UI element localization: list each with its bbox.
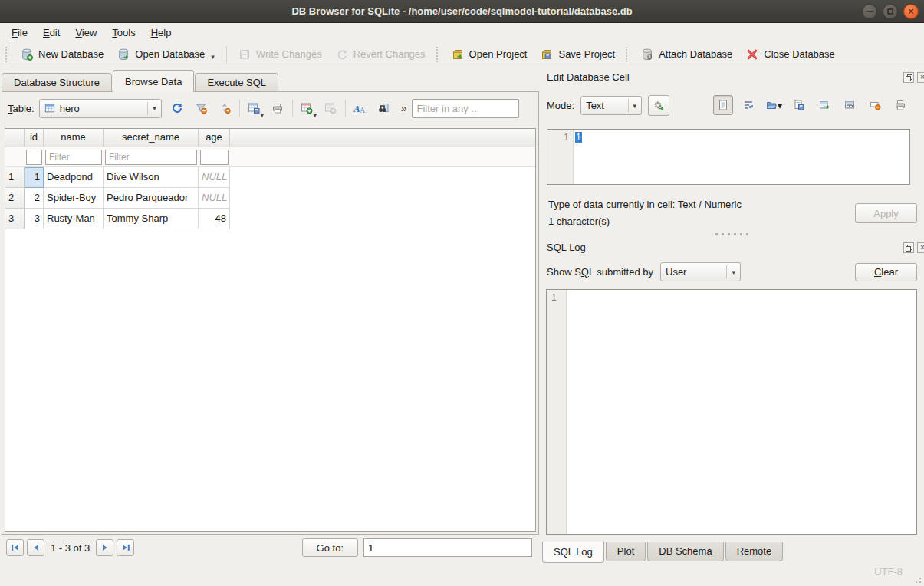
table-select-value: hero (60, 103, 80, 114)
save-table-button[interactable]: ▾ (245, 99, 264, 118)
close-database-button[interactable]: Close Database (739, 44, 842, 64)
tab-db-schema[interactable]: DB Schema (647, 542, 723, 561)
first-page-button[interactable] (6, 539, 24, 556)
print-table-button[interactable] (268, 99, 288, 118)
column-header-id[interactable]: id (25, 129, 44, 147)
import-dropdown-icon[interactable]: ▾ (778, 100, 783, 111)
sql-log-editor[interactable]: 1 (546, 289, 917, 535)
close-panel-button[interactable]: × (917, 242, 924, 253)
open-in-external-button[interactable] (814, 95, 834, 115)
filter-any-input[interactable] (412, 99, 519, 118)
cell-name[interactable]: Rusty-Man (44, 209, 104, 229)
text-mode-button[interactable] (713, 95, 733, 115)
set-null-button[interactable] (865, 95, 885, 115)
menu-tools[interactable]: Tools (104, 25, 143, 41)
float-panel-button[interactable] (903, 72, 914, 83)
tab-execute-sql[interactable]: Execute SQL (195, 73, 278, 92)
toolbar-handle[interactable] (626, 47, 630, 62)
open-database-icon (117, 48, 130, 61)
clear-filters-button[interactable] (192, 99, 211, 118)
menu-edit[interactable]: Edit (35, 25, 67, 41)
cell-age[interactable]: NULL (199, 167, 230, 188)
cell-id[interactable]: 1 (25, 167, 44, 188)
cell-name[interactable]: Spider-Boy (44, 188, 104, 209)
clear-log-button[interactable]: Clear (855, 263, 917, 281)
edit-display-format-button[interactable]: AA (350, 99, 370, 118)
cell-id[interactable]: 2 (25, 188, 44, 209)
table-icon (44, 103, 55, 114)
export-to-file-button[interactable] (789, 95, 809, 115)
table-select[interactable]: hero ▾ (39, 99, 162, 118)
open-database-button[interactable]: Open Database ▾ (110, 44, 222, 64)
cell-age[interactable]: NULL (199, 188, 230, 209)
toolbar-separator (226, 46, 227, 63)
tab-browse-data[interactable]: Browse Data (113, 70, 194, 92)
toolbar-handle[interactable] (436, 47, 441, 62)
import-from-file-button[interactable]: ▾ (764, 95, 784, 115)
filter-input-id[interactable] (26, 150, 42, 165)
filter-input-secret-name[interactable] (105, 150, 197, 165)
sql-log-title: SQL Log (547, 242, 586, 253)
open-project-button[interactable]: Open Project (445, 44, 534, 64)
sql-submitter-select[interactable]: User ▾ (660, 262, 741, 281)
maximize-button[interactable] (883, 4, 898, 19)
new-database-button[interactable]: New Database (14, 44, 110, 64)
menu-file[interactable]: File (4, 25, 35, 41)
next-page-button[interactable] (96, 539, 113, 556)
save-as-icon (793, 99, 805, 111)
cell-secret-name[interactable]: Dive Wilson (104, 167, 199, 188)
goto-button[interactable]: Go to: (302, 538, 358, 557)
save-table-dropdown-icon[interactable]: ▾ (261, 112, 264, 119)
minimize-button[interactable] (862, 4, 877, 19)
tab-plot[interactable]: Plot (606, 542, 646, 561)
attach-database-button[interactable]: Attach Database (634, 44, 739, 64)
save-project-button[interactable]: Save Project (534, 44, 622, 64)
insert-record-dropdown-icon[interactable]: ▾ (314, 112, 317, 119)
tab-remote[interactable]: Remote (725, 542, 784, 561)
grid-corner-header[interactable] (5, 129, 25, 147)
cell-name[interactable]: Deadpond (44, 167, 104, 188)
menu-view[interactable]: View (67, 25, 104, 41)
float-panel-button[interactable] (903, 242, 914, 253)
copy-link-button[interactable] (840, 95, 860, 115)
find-in-table-button[interactable] (374, 99, 393, 118)
column-header-secret-name[interactable]: secret_name (104, 129, 199, 147)
cell-secret-name[interactable]: Tommy Sharp (104, 209, 199, 229)
toolbar-overflow-icon[interactable]: » (401, 102, 407, 114)
cell-editor-content[interactable]: 1 (574, 130, 909, 184)
last-page-button[interactable] (117, 539, 134, 556)
cell-secret-name[interactable]: Pedro Parqueador (104, 188, 199, 209)
column-header-name[interactable]: name (44, 129, 104, 147)
filter-input-age[interactable] (200, 150, 229, 165)
cell-id[interactable]: 3 (25, 209, 44, 229)
cell-age[interactable]: 48 (199, 209, 230, 229)
titlebar[interactable]: DB Browser for SQLite - /home/user/code/… (0, 0, 924, 23)
sql-log-content[interactable] (567, 290, 916, 534)
previous-page-button[interactable] (27, 539, 44, 556)
browse-data-panel: Table: hero ▾ ▾ (2, 91, 539, 535)
print-cell-button[interactable] (890, 95, 910, 115)
close-button[interactable]: × (903, 4, 919, 19)
menu-help[interactable]: Help (143, 25, 179, 41)
mode-select[interactable]: Text ▾ (580, 96, 642, 115)
row-header[interactable]: 1 (5, 167, 25, 188)
row-header[interactable]: 2 (5, 188, 25, 209)
clear-sort-button[interactable] (215, 99, 235, 118)
open-database-dropdown-icon[interactable]: ▾ (211, 53, 215, 61)
goto-input[interactable] (363, 538, 532, 557)
word-wrap-button[interactable] (738, 95, 758, 115)
column-header-age[interactable]: age (199, 129, 230, 147)
refresh-button[interactable] (168, 99, 187, 118)
auto-apply-button[interactable] (648, 95, 669, 116)
filter-input-name[interactable] (45, 150, 102, 165)
close-panel-button[interactable]: × (917, 72, 924, 83)
tab-sql-log[interactable]: SQL Log (542, 542, 604, 563)
show-sql-label: Show SQL submitted by (547, 266, 653, 278)
cell-editor[interactable]: 1 1 (547, 129, 910, 185)
panel-splitter[interactable] (715, 233, 748, 235)
row-header[interactable]: 3 (5, 209, 25, 229)
toolbar-handle[interactable] (5, 47, 10, 62)
tab-database-structure[interactable]: Database Structure (2, 73, 112, 92)
resize-grip[interactable] (912, 574, 922, 584)
insert-record-button[interactable]: ▾ (298, 99, 317, 118)
